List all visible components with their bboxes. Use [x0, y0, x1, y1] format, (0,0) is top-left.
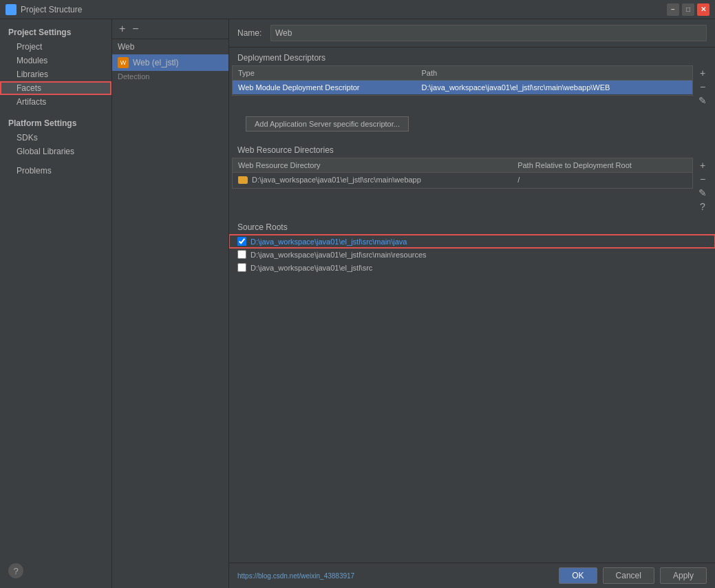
- sidebar-item-modules[interactable]: Modules: [0, 54, 111, 67]
- bottom-bar: https://blog.csdn.net/weixin_43883917 OK…: [229, 563, 715, 588]
- deployment-type-cell: Web Module Deployment Descriptor: [233, 81, 416, 95]
- deployment-side-buttons: + − ✎: [693, 65, 712, 108]
- web-resource-table-area: Web Resource Directory Path Relative to …: [232, 158, 712, 214]
- help-button[interactable]: ?: [8, 563, 23, 578]
- cancel-button[interactable]: Cancel: [603, 567, 654, 584]
- detection-label: Detection: [112, 71, 228, 82]
- sidebar-item-sdks[interactable]: SDKs: [0, 131, 111, 145]
- title-bar-text: Project Structure: [21, 5, 82, 14]
- table-row[interactable]: D:\java_workspace\java01\el_jstl\src\mai…: [233, 173, 692, 188]
- title-bar-controls: − □ ✕: [667, 3, 709, 16]
- col-web-dir: Web Resource Directory: [233, 158, 512, 173]
- facet-item-web[interactable]: W Web (el_jstl): [112, 54, 228, 71]
- source-root-checkbox-1[interactable]: [237, 250, 246, 259]
- web-rel-path-cell: /: [512, 173, 692, 188]
- close-button[interactable]: ✕: [697, 3, 709, 16]
- facet-panel: + − Web W Web (el_jstl) Detection: [112, 19, 229, 588]
- add-web-resource-button[interactable]: +: [696, 159, 709, 171]
- apply-button[interactable]: Apply: [660, 567, 707, 584]
- project-settings-header: Project Settings: [0, 23, 111, 40]
- facet-toolbar: + −: [112, 19, 228, 39]
- source-roots-header: Source Roots: [229, 217, 715, 235]
- web-facet-icon: W: [118, 57, 129, 68]
- table-row[interactable]: Web Module Deployment Descriptor D:\java…: [233, 81, 692, 95]
- source-root-row-1: D:\java_workspace\java01\el_jstl\src\mai…: [229, 248, 715, 261]
- sidebar-divider: [0, 109, 111, 114]
- folder-icon: [238, 176, 248, 184]
- csdn-link: https://blog.csdn.net/weixin_43883917: [237, 572, 354, 580]
- source-roots-section: Source Roots D:\java_workspace\java01\el…: [229, 217, 715, 274]
- edit-deployment-button[interactable]: ✎: [696, 94, 709, 107]
- add-descriptor-area: Add Application Server specific descript…: [229, 108, 715, 140]
- web-resource-table-wrapper: Web Resource Directory Path Relative to …: [232, 158, 693, 189]
- deployment-table-wrapper: Type Path Web Module Deployment Descript…: [232, 65, 693, 96]
- deployment-table-area: Type Path Web Module Deployment Descript…: [232, 65, 712, 108]
- sidebar: Project Settings Project Modules Librari…: [0, 19, 112, 588]
- content-scroll: Deployment Descriptors Type Path Web Mod…: [229, 48, 715, 563]
- add-deployment-button[interactable]: +: [696, 67, 709, 79]
- content-panel: Name: Deployment Descriptors Type Path: [229, 19, 715, 588]
- sidebar-divider-2: [0, 158, 111, 164]
- facet-section-label: Web: [112, 39, 228, 54]
- source-root-checkbox-2[interactable]: [237, 263, 246, 272]
- help-web-resource-button[interactable]: ?: [696, 200, 709, 213]
- sidebar-bottom: ?: [0, 558, 111, 584]
- source-root-row-0: D:\java_workspace\java01\el_jstl\src\mai…: [229, 235, 715, 248]
- sidebar-item-libraries[interactable]: Libraries: [0, 67, 111, 81]
- add-descriptor-button[interactable]: Add Application Server specific descript…: [246, 116, 409, 132]
- remove-facet-button[interactable]: −: [131, 23, 140, 34]
- sidebar-item-global-libraries[interactable]: Global Libraries: [0, 145, 111, 158]
- col-type: Type: [233, 66, 416, 81]
- platform-settings-header: Platform Settings: [0, 114, 111, 131]
- main-layout: Project Settings Project Modules Librari…: [0, 19, 715, 588]
- maximize-button[interactable]: □: [682, 3, 694, 16]
- minimize-button[interactable]: −: [667, 3, 679, 16]
- col-path: Path: [416, 66, 692, 81]
- web-resource-side-buttons: + − ✎ ?: [693, 158, 712, 214]
- source-root-label-0: D:\java_workspace\java01\el_jstl\src\mai…: [250, 238, 407, 246]
- sidebar-item-artifacts[interactable]: Artifacts: [0, 95, 111, 109]
- deployment-descriptors-header: Deployment Descriptors: [229, 48, 715, 65]
- ok-button[interactable]: OK: [559, 567, 597, 584]
- remove-deployment-button[interactable]: −: [696, 81, 709, 93]
- source-root-label-2: D:\java_workspace\java01\el_jstl\src: [250, 264, 372, 272]
- source-root-checkbox-0[interactable]: [237, 237, 246, 246]
- web-resource-directories-header: Web Resource Directories: [229, 140, 715, 158]
- source-root-row-2: D:\java_workspace\java01\el_jstl\src: [229, 261, 715, 274]
- col-rel-path: Path Relative to Deployment Root: [512, 158, 692, 173]
- name-row: Name:: [229, 19, 715, 48]
- source-root-label-1: D:\java_workspace\java01\el_jstl\src\mai…: [250, 251, 427, 259]
- edit-web-resource-button[interactable]: ✎: [696, 187, 709, 199]
- sidebar-item-problems[interactable]: Problems: [0, 164, 111, 178]
- remove-web-resource-button[interactable]: −: [696, 173, 709, 185]
- sidebar-item-facets[interactable]: Facets: [0, 81, 111, 95]
- add-facet-button[interactable]: +: [118, 23, 127, 34]
- web-resource-table: Web Resource Directory Path Relative to …: [233, 158, 692, 188]
- name-input[interactable]: [270, 25, 707, 41]
- name-label: Name:: [237, 28, 265, 38]
- sidebar-item-project[interactable]: Project: [0, 40, 111, 54]
- title-bar: Project Structure − □ ✕: [0, 0, 715, 19]
- spacer: [229, 274, 715, 288]
- deployment-table: Type Path Web Module Deployment Descript…: [233, 66, 692, 95]
- app-icon: [6, 4, 17, 15]
- web-dir-cell: D:\java_workspace\java01\el_jstl\src\mai…: [233, 173, 512, 188]
- deployment-path-cell: D:\java_workspace\java01\el_jstl\src\mai…: [416, 81, 692, 95]
